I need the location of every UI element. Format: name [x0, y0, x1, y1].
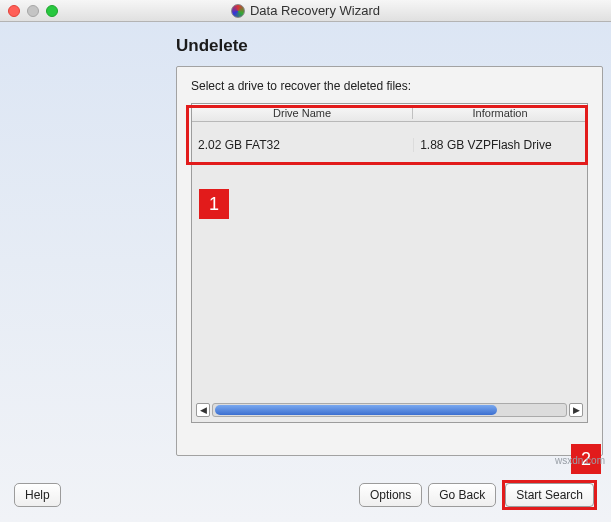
drive-name-cell: 2.02 GB FAT32	[192, 138, 413, 152]
content-area: Undelete Select a drive to recover the d…	[0, 22, 611, 456]
annotation-highlight-start: Start Search	[502, 480, 597, 510]
instruction-text: Select a drive to recover the deleted fi…	[191, 79, 588, 93]
go-back-button[interactable]: Go Back	[428, 483, 496, 507]
col-drive-name: Drive Name	[192, 107, 413, 119]
window-title-wrap: Data Recovery Wizard	[0, 3, 611, 18]
drive-table: Drive Name Information 2.02 GB FAT32 1.8…	[191, 103, 588, 423]
drive-info-cell: 1.88 GB VZPFlash Drive	[413, 138, 587, 152]
help-button[interactable]: Help	[14, 483, 61, 507]
window-title: Data Recovery Wizard	[250, 3, 380, 18]
start-search-button[interactable]: Start Search	[505, 483, 594, 507]
window-titlebar: Data Recovery Wizard	[0, 0, 611, 22]
drive-row[interactable]: 2.02 GB FAT32 1.88 GB VZPFlash Drive	[192, 122, 587, 168]
watermark-text: wsxdn.com	[555, 455, 605, 466]
drive-table-header: Drive Name Information	[192, 104, 587, 122]
options-button[interactable]: Options	[359, 483, 422, 507]
col-information: Information	[413, 107, 587, 119]
scroll-track[interactable]	[212, 403, 567, 417]
app-icon	[231, 4, 245, 18]
page-title: Undelete	[176, 36, 593, 56]
scroll-right-button[interactable]: ▶	[569, 403, 583, 417]
drive-panel: Select a drive to recover the deleted fi…	[176, 66, 603, 456]
scroll-thumb[interactable]	[215, 405, 497, 415]
horizontal-scrollbar[interactable]: ◀ ▶	[196, 402, 583, 418]
scroll-left-button[interactable]: ◀	[196, 403, 210, 417]
annotation-callout-1: 1	[199, 189, 229, 219]
button-bar: Help Options Go Back Start Search	[0, 480, 611, 510]
